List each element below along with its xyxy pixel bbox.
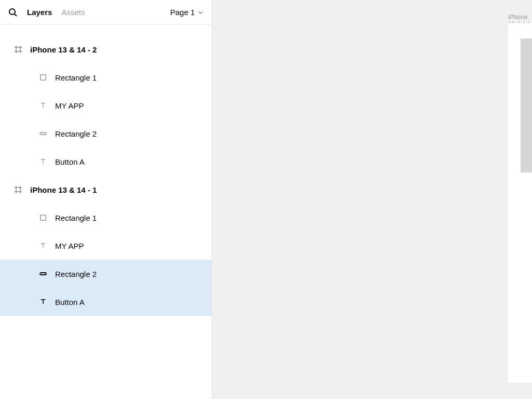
rectangle-icon <box>39 74 47 81</box>
page-label: Page 1 <box>170 8 195 17</box>
svg-rect-9 <box>40 132 46 135</box>
layers-tree: iPhone 13 & 14 - 2 Rectangle 1 MY APP Re… <box>0 25 211 399</box>
svg-rect-16 <box>41 215 46 220</box>
layer-item[interactable]: Rectangle 2 <box>0 119 211 148</box>
page-selector[interactable]: Page 1 <box>170 8 203 17</box>
svg-rect-19 <box>40 273 46 275</box>
tab-layers[interactable]: Layers <box>27 8 52 17</box>
layer-label: MY APP <box>55 101 84 110</box>
canvas-rectangle[interactable] <box>521 38 532 172</box>
pill-icon <box>39 270 47 277</box>
layer-label: Rectangle 2 <box>55 270 97 278</box>
layer-item[interactable]: MY APP <box>0 232 211 260</box>
svg-rect-6 <box>41 75 46 80</box>
panel-header: Layers Assets Page 1 <box>0 0 211 25</box>
chevron-down-icon <box>198 11 203 14</box>
layer-item[interactable]: Rectangle 1 <box>0 204 211 232</box>
layer-frame[interactable]: iPhone 13 & 14 - 1 <box>0 176 211 204</box>
svg-point-0 <box>9 9 15 15</box>
layer-item[interactable]: Button A <box>0 288 211 316</box>
layer-label: Rectangle 1 <box>55 214 97 222</box>
layer-item[interactable]: Rectangle 2 <box>0 260 211 288</box>
text-icon <box>39 102 47 109</box>
layer-item[interactable]: Rectangle 1 <box>0 63 211 91</box>
frame-icon <box>15 186 22 193</box>
layer-label: MY APP <box>55 242 84 250</box>
layer-label: iPhone 13 & 14 - 1 <box>30 185 97 194</box>
text-icon <box>39 242 47 249</box>
text-icon <box>39 158 47 165</box>
layer-label: Rectangle 2 <box>55 129 97 138</box>
tab-assets[interactable]: Assets <box>61 8 85 17</box>
layer-label: Button A <box>55 298 85 307</box>
frame-icon <box>15 46 22 53</box>
layer-item[interactable]: MY APP <box>0 91 211 119</box>
layers-panel: Layers Assets Page 1 iPhone 13 & 14 - 2 … <box>0 0 212 399</box>
rectangle-icon <box>39 214 47 221</box>
layer-label: iPhone 13 & 14 - 2 <box>30 45 97 54</box>
layer-label: Rectangle 1 <box>55 73 97 82</box>
pill-icon <box>39 130 47 137</box>
layer-item[interactable]: Button A <box>0 148 211 176</box>
svg-line-1 <box>15 14 17 16</box>
canvas[interactable]: iPhone 13 & 14 - 1 MY APP Button A 216 ×… <box>212 0 532 399</box>
layer-label: Button A <box>55 157 85 166</box>
search-icon[interactable] <box>8 8 18 17</box>
text-icon <box>39 298 47 305</box>
canvas-app-title[interactable]: MY APP <box>508 176 532 192</box>
artboard[interactable]: MY APP Button A 216 × 103 <box>508 23 532 383</box>
layer-frame[interactable]: iPhone 13 & 14 - 2 <box>0 35 211 63</box>
